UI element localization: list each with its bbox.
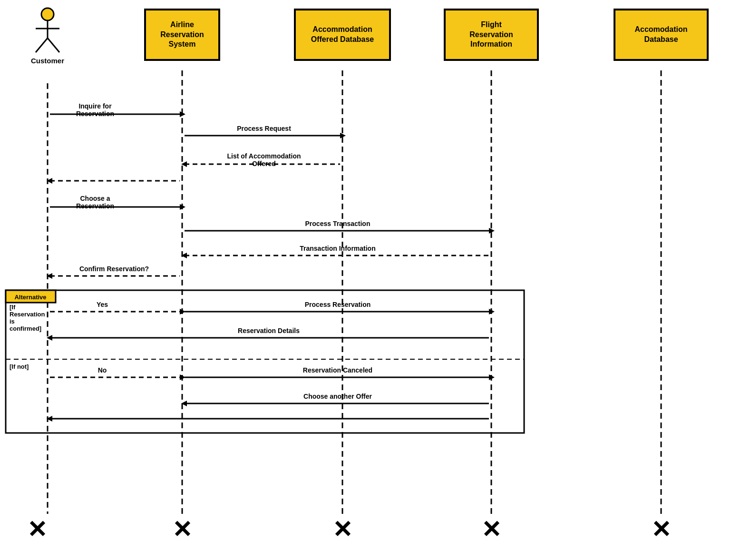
- svg-text:✕: ✕: [27, 516, 47, 543]
- svg-text:Reservation Canceled: Reservation Canceled: [303, 366, 372, 374]
- svg-text:Alternative: Alternative: [14, 294, 46, 301]
- actor-acdb-label: Accomodation Database: [634, 25, 687, 45]
- svg-marker-29: [47, 273, 52, 279]
- svg-text:is: is: [10, 318, 15, 325]
- svg-marker-26: [181, 253, 187, 258]
- svg-text:Choose a: Choose a: [80, 195, 110, 202]
- svg-text:Transaction Information: Transaction Information: [300, 245, 375, 252]
- svg-text:Confirm Reservation?: Confirm Reservation?: [79, 265, 149, 273]
- svg-text:Choose another Offer: Choose another Offer: [303, 393, 372, 400]
- svg-marker-6: [180, 111, 185, 117]
- svg-marker-42: [489, 309, 495, 314]
- svg-point-65: [41, 8, 54, 20]
- actor-customer: Customer: [26, 7, 69, 65]
- svg-marker-59: [47, 416, 52, 422]
- svg-marker-17: [47, 178, 52, 184]
- svg-text:Yes: Yes: [97, 301, 108, 308]
- svg-text:Reservation Details: Reservation Details: [238, 327, 300, 334]
- svg-text:Process Transaction: Process Transaction: [305, 220, 370, 227]
- svg-text:[If: [If: [10, 304, 16, 311]
- svg-marker-13: [181, 161, 187, 167]
- svg-line-68: [36, 38, 48, 52]
- svg-text:✕: ✕: [172, 516, 192, 543]
- sequence-diagram: Inquire for Reservation Process Request …: [0, 0, 731, 560]
- svg-text:Reservation: Reservation: [76, 110, 114, 118]
- svg-marker-56: [181, 401, 187, 406]
- svg-marker-19: [180, 204, 185, 210]
- svg-marker-39: [180, 309, 185, 314]
- svg-text:No: No: [98, 366, 107, 374]
- svg-text:✕: ✕: [651, 516, 671, 543]
- svg-text:Process Reservation: Process Reservation: [305, 301, 371, 308]
- svg-text:confirmed]: confirmed]: [10, 325, 41, 332]
- svg-line-69: [48, 38, 59, 52]
- svg-marker-50: [180, 374, 185, 380]
- actor-fri: Flight Reservation Information: [444, 9, 539, 61]
- actor-ars-label: Airline Reservation System: [160, 20, 204, 49]
- svg-text:List of Accommodation: List of Accommodation: [227, 152, 301, 160]
- svg-text:Reservation: Reservation: [76, 202, 114, 210]
- actor-fri-label: Flight Reservation Information: [469, 20, 513, 49]
- actor-aod: Accommodation Offered Database: [294, 9, 391, 61]
- diagram-svg: Inquire for Reservation Process Request …: [0, 0, 731, 560]
- svg-marker-10: [340, 133, 346, 138]
- svg-text:Reservation: Reservation: [10, 311, 45, 318]
- actor-aod-label: Accommodation Offered Database: [311, 25, 374, 45]
- svg-text:Offered: Offered: [252, 160, 276, 167]
- svg-text:Process Request: Process Request: [237, 125, 291, 132]
- actor-customer-label: Customer: [26, 57, 69, 65]
- svg-marker-23: [489, 228, 495, 234]
- svg-text:Inquire for: Inquire for: [78, 102, 112, 110]
- svg-text:✕: ✕: [332, 516, 352, 543]
- svg-text:✕: ✕: [481, 516, 501, 543]
- svg-marker-53: [489, 374, 495, 380]
- svg-marker-45: [47, 335, 52, 341]
- svg-rect-32: [6, 290, 56, 303]
- actor-acdb: Accomodation Database: [614, 9, 709, 61]
- svg-text:[If not]: [If not]: [10, 363, 29, 370]
- actor-ars: Airline Reservation System: [144, 9, 220, 61]
- svg-rect-31: [6, 290, 524, 433]
